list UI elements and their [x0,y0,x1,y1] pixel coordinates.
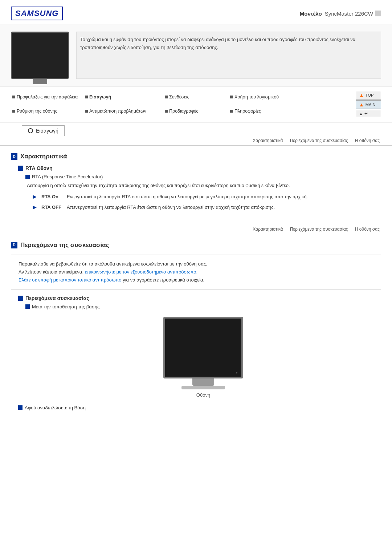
top-arrow-icon: ▲ [359,92,364,98]
breadcrumb2-item-3[interactable]: Η οθόνη σας [355,227,380,232]
nav-square-icon [230,96,233,98]
info-box: Παρακαλείσθε να βεβαιωθείτε ότι τα ακόλο… [11,255,381,289]
nav-item-specs[interactable]: Προδιαγραφές [163,105,229,118]
monitor-display-image [163,317,243,378]
model-color-box [375,11,381,16]
info-line2: Αν λείπουν κάποια αντικείμενα, [19,269,83,275]
nav-square-icon [85,96,88,98]
model-label: Μοντέλο [300,11,322,17]
rta-subsection: RTA Οθόνη RTA (Response Time Accelerator… [18,165,381,211]
nav-square-icon [12,96,15,98]
side-buttons: ▲ TOP ▲ MAIN ▲ ↩ [356,91,381,117]
info-link2[interactable]: Ελάτε σε επαφή με κάποιον τοπικό αντιπρό… [19,277,122,283]
nav-item-label: Χρήση του λογισμικού [234,94,279,100]
unfold-base-subsection: Αφού αναδιπλώσετε τη Βάση [18,405,381,410]
rta-on-label: RTA On [41,193,63,201]
info-link1[interactable]: επικοινωνήστε με τον εξουσιοδοτημένο αντ… [85,269,198,275]
model-name: SyncMaster 226CW [325,11,373,17]
nav-item-connections[interactable]: Συνδέσεις [163,91,229,104]
intro-tab-wrapper: Εισαγωγή [0,122,392,136]
package-title-row: D Περιεχόμενα της συσκευασίας [11,242,381,249]
nav-item-software[interactable]: Χρήση του λογισμικού [229,91,301,104]
rta-icon [18,166,23,171]
nav-square-icon [85,110,88,113]
rta-off-arrow: ▶ [33,204,36,211]
rta-body-text: Λειτουργία η οποία επιταχύνει την ταχύτη… [27,182,381,190]
base-installed-title: Μετά την τοποθέτηση της βάσης [25,304,381,309]
main-button-label: MAIN [366,102,376,107]
back-button-icon: ↩ [364,111,368,116]
rta-on-arrow: ▶ [33,193,36,201]
nav-item-settings[interactable]: Ρύθμιση της οθόνης [11,105,83,118]
package-contents-heading: Περιεχόμενα συσκευασίας [25,295,89,301]
rta-off-text: Απενεργοποιεί τη λειτουργία RTA έτσι ώστ… [67,204,275,211]
nav-square-icon [230,110,233,113]
intro-tab-label: Εισαγωγή [36,128,58,134]
characteristics-icon: D [11,153,17,160]
package-contents-title: Περιεχόμενα συσκευασίας [18,295,381,301]
hero-text: Το χρώμα και η εμφάνιση του προϊόντος μπ… [76,32,381,79]
unfold-base-icon [18,405,23,410]
nav-item-info[interactable]: Πληροφορίες [229,105,301,118]
hero-section: Το χρώμα και η εμφάνιση του προϊόντος μπ… [0,24,392,86]
nav-item-label: Πληροφορίες [234,109,261,114]
rta-items-list: ▶ RTA On Ενεργοποιεί τη λειτουργία RTA έ… [33,193,381,211]
package-heading: Περιεχόμενα της συσκευασίας [20,242,109,249]
unfold-base-title: Αφού αναδιπλώσετε τη Βάση [18,405,381,410]
unfold-base-heading: Αφού αναδιπλώσετε τη Βάση [25,405,86,410]
rta-title: RTA Οθόνη [18,165,381,171]
intro-tab[interactable]: Εισαγωγή [22,125,65,136]
monitor-caption: Οθόνη [196,392,210,398]
nav-item-safety[interactable]: Προφυλάξεις για την ασφάλεια [11,91,83,104]
nav-square-icon [12,110,15,113]
main-button[interactable]: ▲ MAIN [356,100,381,109]
section-characteristics: D Χαρακτηριστικά RTA Οθόνη RTA (Response… [0,146,392,224]
rta-off-label: RTA OFF [41,204,63,211]
hero-monitor-image [11,32,69,79]
breadcrumb-1: Χαρακτηριστικά Περιεχόμενα της συσκευασί… [0,136,392,146]
breadcrumb2-item-1[interactable]: Χαρακτηριστικά [253,227,283,232]
base-installed-section: Μετά την τοποθέτηση της βάσης Οθόνη [25,304,381,398]
section-package: D Περιεχόμενα της συσκευασίας Παρακαλείσ… [0,234,392,424]
breadcrumb2-item-2[interactable]: Περιεχόμενα της συσκευασίας [290,227,348,232]
rta-sub-icon [25,175,30,179]
main-arrow-icon: ▲ [359,102,364,108]
nav-item-intro[interactable]: Εισαγωγή [83,91,163,104]
rta-detail: RTA (Response Time Accelerator) Λειτουργ… [25,174,381,211]
back-button[interactable]: ▲ ↩ [356,110,381,117]
breadcrumb-2: Χαρακτηριστικά Περιεχόμενα της συσκευασί… [0,224,392,234]
nav-grid: Προφυλάξεις για την ασφάλεια Εισαγωγή Συ… [11,91,356,117]
characteristics-heading: Χαρακτηριστικά [20,153,67,160]
samsung-logo: SAMSUNG [11,7,63,20]
nav-square-icon [165,110,168,113]
back-arrow-icon: ▲ [359,112,363,116]
rta-heading: RTA Οθόνη [25,165,52,171]
nav-item-label: Εισαγωγή [89,94,111,100]
navigation-bar: Προφυλάξεις για την ασφάλεια Εισαγωγή Συ… [0,86,392,122]
nav-item-label: Προδιαγραφές [169,109,198,114]
rta-sub-title: RTA (Response Time Accelerator) [25,174,381,179]
monitor-stand [192,378,214,386]
rta-item-off: ▶ RTA OFF Απενεργοποιεί τη λειτουργία RT… [33,204,381,211]
nav-item-label: Προφυλάξεις για την ασφάλεια [17,94,78,100]
top-button-label: TOP [366,93,373,97]
base-installed-heading: Μετά την τοποθέτηση της βάσης [32,304,99,309]
rta-sub-heading: RTA (Response Time Accelerator) [32,174,103,179]
breadcrumb-item-3[interactable]: Η οθόνη σας [355,138,380,143]
info-line1: Παρακαλείσθε να βεβαιωθείτε ότι τα ακόλο… [19,261,207,267]
breadcrumb-item-1[interactable]: Χαρακτηριστικά [253,138,283,143]
intro-circle-icon [28,128,33,133]
monitor-base [181,386,225,389]
breadcrumb-item-2[interactable]: Περιεχόμενα της συσκευασίας [290,138,348,143]
nav-item-label: Συνδέσεις [169,94,189,100]
rta-on-text: Ενεργοποιεί τη λειτουργία RTA έτσι ώστε … [67,193,308,201]
top-button[interactable]: ▲ TOP [356,91,381,100]
nav-item-troubleshoot[interactable]: Αντιμετώπιση προβλημάτων [83,105,163,118]
info-line3-suffix: για να αγοράσετε προαιρετικά στοιχεία. [123,277,204,283]
package-icon: D [11,242,17,248]
rta-item-on: ▶ RTA On Ενεργοποιεί τη λειτουργία RTA έ… [33,193,381,201]
nav-item-label: Ρύθμιση της οθόνης [17,109,57,114]
characteristics-title: D Χαρακτηριστικά [11,153,381,160]
base-installed-icon [25,304,30,309]
package-contents-subsection: Περιεχόμενα συσκευασίας Μετά την τοποθέτ… [18,295,381,398]
